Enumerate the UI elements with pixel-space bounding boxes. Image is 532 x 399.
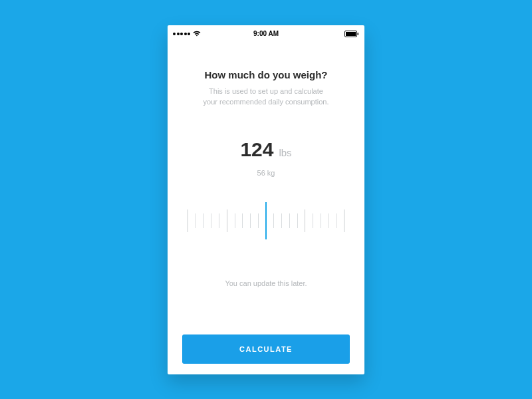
subtitle-line-1: This is used to set up and calculate	[209, 87, 323, 95]
page-subtitle: This is used to set up and calculate you…	[203, 86, 329, 108]
hint-text: You can update this later.	[225, 279, 307, 287]
weight-unit: lbs	[279, 147, 291, 158]
status-time: 9:00 AM	[253, 30, 279, 37]
page-title: How much do you weigh?	[205, 69, 328, 80]
weight-value: 124	[240, 138, 273, 161]
svg-rect-2	[358, 33, 359, 35]
content: How much do you weigh? This is used to s…	[168, 40, 364, 374]
weight-slider[interactable]	[181, 201, 351, 241]
slider-indicator	[265, 202, 267, 239]
weight-secondary-value: 56	[257, 169, 265, 177]
signal-strength-icon	[173, 33, 190, 35]
weight-secondary-unit: kg	[267, 169, 275, 177]
calculate-button[interactable]: CALCULATE	[182, 334, 350, 364]
wifi-icon	[193, 31, 201, 37]
weight-secondary: 56 kg	[257, 169, 275, 177]
battery-icon	[344, 31, 359, 37]
status-left	[173, 31, 201, 37]
status-bar: 9:00 AM	[168, 28, 364, 40]
phone-frame: 9:00 AM How much do you weigh? This is u…	[168, 25, 364, 374]
weight-primary: 124 lbs	[240, 138, 291, 161]
subtitle-line-2: your recommended daily consumption.	[203, 98, 329, 106]
svg-rect-1	[346, 32, 356, 36]
